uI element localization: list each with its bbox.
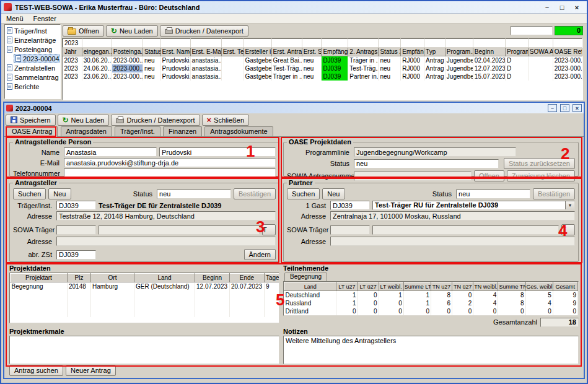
column-header[interactable]: Plz [68, 274, 91, 282]
table-cell[interactable]: DJ039 [322, 64, 348, 72]
tab-traeger-inst[interactable]: Träger/Inst. [115, 126, 160, 136]
table-cell[interactable]: 12.07.2023 [473, 64, 505, 72]
column-header[interactable]: Program... [506, 48, 529, 56]
sowa-traeger-name-input[interactable] [99, 225, 260, 235]
tab-antragsdokumente[interactable]: Antragsdokumente [204, 126, 273, 136]
table-cell[interactable]: 1 [403, 299, 431, 307]
table-cell[interactable]: 2 [452, 299, 473, 307]
table-cell[interactable]: 8 [498, 291, 525, 299]
sowa-adresse-input[interactable] [56, 237, 276, 246]
table-cell[interactable] [134, 300, 195, 308]
maximize-button[interactable] [555, 2, 569, 12]
table-cell[interactable]: 2023 [63, 72, 82, 81]
table-cell[interactable] [528, 39, 553, 48]
table-row[interactable]: Drittland0000000000 [284, 307, 578, 315]
phone-input[interactable] [64, 168, 276, 178]
column-header[interactable]: Summe TN [498, 282, 525, 291]
table-cell[interactable] [265, 300, 280, 308]
detail-minimize-button[interactable] [548, 104, 557, 112]
table-cell[interactable]: 0 [525, 307, 553, 315]
traeger-code-input[interactable] [56, 201, 96, 210]
column-header[interactable]: Summe LT [403, 282, 431, 291]
table-cell[interactable]: 02.04.2023 [473, 56, 505, 64]
table-cell[interactable] [230, 291, 265, 300]
column-header[interactable]: Ersteller ist [244, 48, 271, 56]
table-cell[interactable] [271, 39, 302, 48]
table-cell[interactable]: 0 [336, 307, 358, 315]
table-cell[interactable] [348, 39, 379, 48]
table-cell[interactable] [160, 39, 190, 48]
table-cell[interactable] [68, 300, 91, 308]
table-cell[interactable] [230, 300, 265, 308]
tab-oase-antrag[interactable]: OASE Antrag [6, 126, 58, 137]
table-cell[interactable]: GER (Deutschland) [134, 282, 195, 291]
column-header[interactable]: eingegan... [82, 48, 112, 56]
table-cell[interactable] [322, 39, 348, 48]
table-cell[interactable]: neu [302, 72, 322, 81]
table-cell[interactable]: Jugendbe... [445, 56, 473, 64]
table-cell[interactable] [265, 291, 280, 300]
column-header[interactable]: Program... [445, 48, 473, 56]
table-cell[interactable] [506, 39, 529, 48]
table-cell[interactable]: 1 [336, 291, 358, 299]
table-cell[interactable]: anastasia... [190, 72, 221, 81]
table-row[interactable]: Begegnung20148HamburgGER (Deutschland)12… [11, 282, 280, 291]
table-cell[interactable] [528, 56, 553, 64]
table-cell[interactable]: Partner in... [348, 72, 379, 81]
table-cell[interactable]: RJ000 [401, 56, 424, 64]
table-cell[interactable]: 8 [498, 299, 525, 307]
table-cell[interactable]: Test-Träg... [271, 64, 302, 72]
projektmerkmale-textarea[interactable] [10, 336, 279, 364]
gast-select[interactable]: Test-Träger RU für Zentralstelle DJ039 [372, 201, 575, 210]
table-cell[interactable]: 24.06.20... [82, 64, 112, 72]
detail-close-button[interactable] [573, 104, 582, 112]
table-cell[interactable]: Gastgeber [244, 56, 271, 64]
table-cell[interactable] [528, 72, 553, 81]
table-cell[interactable] [195, 291, 230, 300]
table-cell[interactable] [134, 308, 195, 317]
table-cell[interactable]: D [506, 64, 529, 72]
table-cell[interactable]: Antrag [424, 72, 445, 81]
table-cell[interactable] [379, 39, 401, 48]
table-cell[interactable] [230, 308, 265, 317]
table-cell[interactable]: 0 [452, 307, 473, 315]
column-header[interactable]: OASE Ref... [553, 48, 582, 56]
table-cell[interactable]: 8 [431, 291, 452, 299]
table-row[interactable]: 2023 [63, 39, 582, 48]
column-header[interactable]: Status 2. AP [379, 48, 401, 56]
column-header[interactable]: Gesamt [553, 282, 577, 291]
column-header[interactable]: Empfänger [322, 48, 348, 56]
table-cell[interactable]: Antrag [424, 64, 445, 72]
column-header[interactable]: Ges. weibl. [525, 282, 553, 291]
table-cell[interactable]: 4 [525, 299, 553, 307]
table-cell[interactable]: 0 [358, 291, 379, 299]
table-row[interactable]: 202330.06.20...2023-000...neuPrudovski..… [63, 56, 582, 64]
table-cell[interactable]: Träger in ... [348, 56, 379, 64]
column-header[interactable]: Tage [265, 274, 280, 282]
table-cell[interactable]: 2023 [63, 64, 82, 72]
table-cell[interactable]: 2023-000... [112, 56, 143, 64]
table-cell[interactable]: 1 [379, 291, 403, 299]
records-filter-input[interactable] [511, 26, 553, 35]
column-header[interactable]: LT u27 [336, 282, 358, 291]
table-cell[interactable]: 30.06.20... [82, 56, 112, 64]
sowa-traeger-lookup-button[interactable]: T [262, 224, 276, 235]
table-row[interactable] [11, 308, 280, 317]
table-cell[interactable]: Prudovski... [160, 72, 190, 81]
table-cell[interactable]: 0 [431, 307, 452, 315]
column-header[interactable]: Beginn [195, 274, 230, 282]
table-cell[interactable] [11, 308, 68, 317]
column-header[interactable]: LT weibl. [379, 282, 403, 291]
column-header[interactable]: TN u27 [431, 282, 452, 291]
table-cell[interactable]: Test-Träg... [348, 64, 379, 72]
column-header[interactable]: Erst. E-Mail [190, 48, 221, 56]
table-cell[interactable]: anastasia... [190, 56, 221, 64]
column-header[interactable]: Beginn [473, 48, 505, 56]
table-cell[interactable]: Gastgeber [244, 72, 271, 81]
save-button[interactable]: Speichern [6, 115, 56, 126]
first-name-input[interactable] [64, 147, 157, 157]
table-cell[interactable] [265, 308, 280, 317]
abr-zst-input[interactable] [56, 250, 96, 260]
detail-maximize-button[interactable] [560, 104, 569, 112]
table-cell[interactable]: Russland [284, 299, 336, 307]
